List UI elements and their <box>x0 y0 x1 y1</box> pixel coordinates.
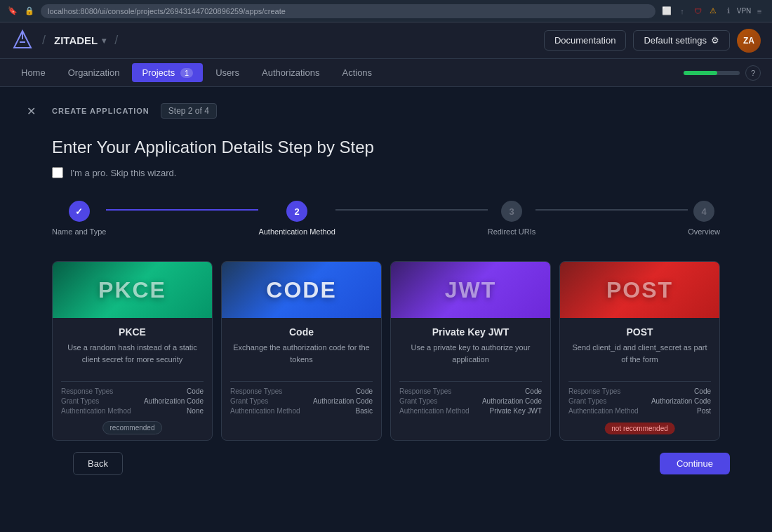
jwt-card-desc: Use a private key to authorize your appl… <box>399 342 542 373</box>
jwt-card-image: JWT <box>391 262 550 318</box>
post-meta-1: Response Types Code <box>568 387 711 395</box>
info-icon: ℹ <box>723 6 734 17</box>
jwt-card-body: Private Key JWT Use a private key to aut… <box>391 318 550 425</box>
code-card-meta: Response Types Code Grant Types Authoriz… <box>230 381 373 415</box>
step-1-circle: ✓ <box>69 201 90 222</box>
step-line-2-3 <box>335 209 488 211</box>
post-meta-3: Authentication Method Post <box>568 407 711 415</box>
bookmark-icon: 🔖 <box>7 6 18 17</box>
step-1-label: Name and Type <box>52 227 106 236</box>
jwt-meta-3: Authentication Method Private Key JWT <box>399 407 542 415</box>
pkce-card-title: PKCE <box>61 326 204 338</box>
step-3-label: Redirect URIs <box>488 227 535 236</box>
footer: Back Continue <box>52 441 751 475</box>
jwt-card-title: Private Key JWT <box>399 326 542 338</box>
page-title: Enter Your Application Details Step by S… <box>52 138 751 157</box>
share-icon: ↑ <box>677 6 688 17</box>
jwt-card-meta: Response Types Code Grant Types Authoriz… <box>399 381 542 415</box>
skip-wizard-checkbox[interactable] <box>52 167 63 178</box>
secondary-navigation: Home Organization Projects 1 Users Autho… <box>0 59 772 87</box>
sidebar-item-organization[interactable]: Organization <box>58 63 130 82</box>
nav-right: Documentation Default settings ⚙ ZA <box>544 29 761 53</box>
shield-red-icon: 🛡 <box>692 6 703 17</box>
pkce-meta-2: Grant Types Authorization Code <box>61 397 204 405</box>
help-button[interactable]: ? <box>745 65 761 81</box>
sidebar-item-authorizations[interactable]: Authorizations <box>252 63 329 82</box>
sidebar-item-users[interactable]: Users <box>206 63 249 82</box>
documentation-button[interactable]: Documentation <box>544 30 626 51</box>
default-settings-button[interactable]: Default settings ⚙ <box>633 30 730 51</box>
lock-icon: 🔒 <box>24 6 35 17</box>
post-meta-2: Grant Types Authorization Code <box>568 397 711 405</box>
skip-row: I'm a pro. Skip this wizard. <box>52 167 751 178</box>
url-text: localhost:8080/ui/console/projects/26943… <box>48 7 286 15</box>
close-button[interactable]: ✕ <box>21 101 41 121</box>
step-1: ✓ Name and Type <box>52 201 106 236</box>
screen-icon: ⬜ <box>661 6 672 17</box>
sidebar-item-home[interactable]: Home <box>11 63 55 82</box>
skip-label: I'm a pro. Skip this wizard. <box>70 168 176 178</box>
logo[interactable]: / ZITADEL ▾ / <box>11 29 121 52</box>
progress-bar-fill <box>684 71 717 75</box>
pkce-card[interactable]: PKCE PKCE Use a random hash instead of a… <box>52 261 213 441</box>
pkce-card-desc: Use a random hash instead of a static cl… <box>61 342 204 373</box>
post-card[interactable]: POST POST Send client_id and client_secr… <box>559 261 720 441</box>
pkce-recommended-badge: recommended <box>102 421 163 434</box>
code-card-body: Code Exchange the authorization code for… <box>222 318 381 425</box>
projects-badge: 1 <box>180 68 193 78</box>
code-meta-1: Response Types Code <box>230 387 373 395</box>
post-card-desc: Send client_id and client_secret as part… <box>568 342 711 373</box>
pkce-card-meta: Response Types Code Grant Types Authoriz… <box>61 381 204 415</box>
continue-button[interactable]: Continue <box>660 453 730 474</box>
logo-separator2: / <box>114 33 118 48</box>
url-bar[interactable]: localhost:8080/ui/console/projects/26943… <box>41 4 655 18</box>
code-card-title: Code <box>230 326 373 338</box>
step-2-label: Authentication Method <box>258 227 335 236</box>
browser-controls: ⬜ ↑ 🛡 ⚠ ℹ VPN ≡ <box>661 6 765 17</box>
pkce-meta-1: Response Types Code <box>61 387 204 395</box>
step-badge: Step 2 of 4 <box>161 103 217 119</box>
code-meta-3: Authentication Method Basic <box>230 407 373 415</box>
avatar[interactable]: ZA <box>737 29 761 53</box>
post-card-image: POST <box>560 262 719 318</box>
settings-gear-icon: ⚙ <box>711 35 719 46</box>
menu-icon: ≡ <box>754 6 765 17</box>
step-4-label: Overview <box>688 227 720 236</box>
top-navigation: / ZITADEL ▾ / Documentation Default sett… <box>0 22 772 59</box>
nav-help: ? <box>684 65 761 81</box>
pkce-card-image: PKCE <box>53 262 212 318</box>
post-card-meta: Response Types Code Grant Types Authoriz… <box>568 381 711 415</box>
code-card-image: CODE <box>222 262 381 318</box>
step-3-circle: 3 <box>501 201 522 222</box>
stepper: ✓ Name and Type 2 Authentication Method … <box>52 201 720 236</box>
step-line-1-2 <box>106 209 258 211</box>
browser-bar: 🔖 🔒 localhost:8080/ui/console/projects/2… <box>0 0 772 22</box>
code-card-desc: Exchange the authorization code for the … <box>230 342 373 373</box>
create-title: CREATE APPLICATION <box>52 107 149 115</box>
pkce-meta-3: Authentication Method None <box>61 407 204 415</box>
logo-icon <box>11 29 34 52</box>
sidebar-item-actions[interactable]: Actions <box>332 63 382 82</box>
step-2-circle: 2 <box>286 201 307 222</box>
code-card[interactable]: CODE Code Exchange the authorization cod… <box>221 261 382 441</box>
post-card-body: POST Send client_id and client_secret as… <box>560 318 719 440</box>
step-4: 4 Overview <box>688 201 720 236</box>
post-not-recommended-badge: not recommended <box>604 423 675 434</box>
jwt-card[interactable]: JWT Private Key JWT Use a private key to… <box>390 261 551 441</box>
step-2: 2 Authentication Method <box>258 201 335 236</box>
cards-grid: PKCE PKCE Use a random hash instead of a… <box>52 261 720 441</box>
create-app-header: ✕ CREATE APPLICATION Step 2 of 4 <box>21 101 751 121</box>
vpn-label: VPN <box>738 6 750 17</box>
back-button[interactable]: Back <box>73 452 123 475</box>
warning-icon: ⚠ <box>707 6 719 17</box>
logo-name: ZITADEL ▾ <box>54 34 106 46</box>
jwt-meta-2: Grant Types Authorization Code <box>399 397 542 405</box>
main-content: ✕ CREATE APPLICATION Step 2 of 4 Enter Y… <box>0 87 772 489</box>
progress-bar-container <box>684 71 740 75</box>
code-meta-2: Grant Types Authorization Code <box>230 397 373 405</box>
sidebar-item-projects[interactable]: Projects 1 <box>132 63 203 82</box>
step-line-3-4 <box>535 209 688 211</box>
logo-separator: / <box>42 33 46 48</box>
post-card-title: POST <box>568 326 711 338</box>
logo-chevron-icon: ▾ <box>102 36 106 46</box>
